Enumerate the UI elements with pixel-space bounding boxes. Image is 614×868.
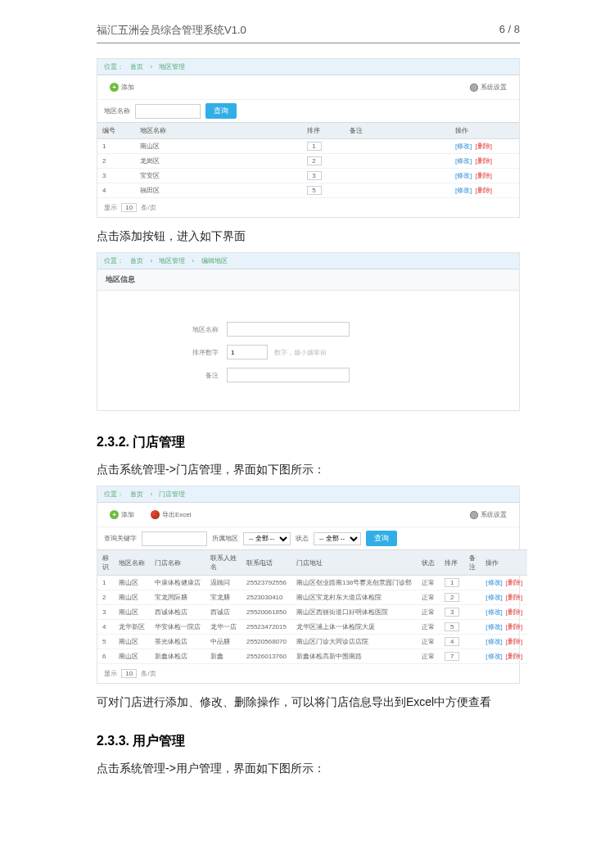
search-button[interactable]: 查询: [366, 531, 397, 546]
caption: 点击系统管理->门店管理，界面如下图所示：: [97, 463, 520, 477]
edit-link[interactable]: [修改]: [485, 638, 502, 645]
breadcrumb: 位置： 首页 › 地区管理 › 编辑地区: [97, 253, 519, 269]
section-heading: 2.3.3. 用户管理: [97, 733, 520, 750]
table-row: 3南山区西诚体检店西诚店25520061850南山区西丽街道口好明体检医院正常3…: [97, 605, 527, 620]
export-excel-button[interactable]: 导出Excel: [145, 508, 197, 522]
status-label: 状态: [296, 534, 309, 543]
table-row: 4龙华新区华安体检一院店龙华一店25523472015龙华区浦上体一体检院大厦正…: [97, 620, 527, 635]
gear-icon: [470, 511, 478, 519]
edit-link[interactable]: [修改]: [455, 172, 472, 179]
table-row: 6南山区新鑫体检店新鑫25526013760新鑫体检高新中围南路正常7[修改][…: [97, 649, 527, 664]
region-label: 所属地区: [212, 534, 238, 543]
delete-link[interactable]: [删除]: [506, 608, 522, 616]
add-button[interactable]: + 添加: [104, 80, 140, 94]
name-label: 地区名称: [104, 325, 227, 334]
table-row: 2南山区宝龙国际膳宝龙膳2523030410南山区宝龙村东大道店体检院正常2[修…: [97, 590, 527, 605]
edit-link[interactable]: [修改]: [485, 608, 502, 616]
caption: 点击系统管理->用户管理，界面如下图所示：: [97, 762, 520, 776]
edit-link[interactable]: [修改]: [455, 142, 472, 150]
doc-title: 福汇五洲会员综合管理系统V1.0: [97, 23, 246, 38]
search-button[interactable]: 查询: [205, 103, 237, 119]
edit-link[interactable]: [修改]: [455, 157, 472, 165]
settings-button[interactable]: 系统设置: [464, 508, 512, 522]
region-select[interactable]: -- 全部 --: [243, 532, 291, 545]
section-heading: 2.3.2. 门店管理: [97, 434, 520, 451]
region-name-input[interactable]: [135, 104, 201, 119]
table-row: 5南山区茶光体检店中品膳25520568070南山区门诊大同诊店店院正常4[修改…: [97, 635, 527, 649]
status-select[interactable]: -- 全部 --: [314, 532, 361, 545]
edit-link[interactable]: [修改]: [485, 579, 502, 586]
doc-page: 6 / 8: [499, 23, 520, 38]
note-field[interactable]: [227, 368, 350, 382]
excel-icon: [151, 510, 160, 519]
header-rule: [97, 43, 520, 43]
store-table: 标识地区名称门店名称联系人姓名联系电话门店地址状态排序备注操作 1南山区中康体检…: [97, 549, 527, 664]
delete-link[interactable]: [删除]: [475, 187, 491, 194]
edit-link[interactable]: [修改]: [485, 653, 502, 660]
delete-link[interactable]: [删除]: [475, 172, 491, 179]
note-label: 备注: [104, 371, 227, 380]
region-edit-panel: 位置： 首页 › 地区管理 › 编辑地区 地区信息 地区名称 排序数字 数字，越…: [97, 252, 520, 411]
settings-button[interactable]: 系统设置: [464, 80, 512, 94]
table-row: 1南山区中康体检健康店温顾问25523792556南山区创业路南138号赛克创意…: [97, 576, 527, 590]
region-name-field[interactable]: [227, 322, 350, 337]
delete-link[interactable]: [删除]: [475, 142, 491, 150]
kw-label: 查询关键字: [104, 534, 137, 543]
delete-link[interactable]: [删除]: [506, 653, 522, 660]
pager: 显示 10 条/页: [97, 664, 519, 683]
delete-link[interactable]: [删除]: [506, 594, 522, 601]
plus-icon: +: [110, 510, 119, 519]
store-list-panel: 位置： 首页 › 门店管理 + 添加 导出Excel 系统设置 查询: [97, 486, 520, 684]
caption: 可对门店进行添加、修改、删除操作，可以将门店信息导出到Excel中方便查看: [97, 695, 520, 710]
edit-link[interactable]: [修改]: [455, 187, 472, 194]
table-row: 2龙岗区2[修改][删除]: [97, 154, 519, 169]
form-title: 地区信息: [97, 269, 519, 291]
keyword-input[interactable]: [142, 531, 207, 546]
add-button[interactable]: + 添加: [104, 508, 140, 522]
edit-link[interactable]: [修改]: [485, 594, 502, 601]
sort-label: 排序数字: [104, 348, 227, 357]
sort-hint: 数字，越小越靠前: [274, 348, 327, 357]
table-row: 3宝安区3[修改][删除]: [97, 169, 519, 183]
delete-link[interactable]: [删除]: [506, 623, 522, 631]
delete-link[interactable]: [删除]: [506, 579, 522, 586]
filter-label: 地区名称: [104, 106, 130, 115]
delete-link[interactable]: [删除]: [506, 638, 522, 645]
region-table: 编号 地区名称 排序 备注 操作 1南山区1[修改][删除]2龙岗区2[修改][…: [97, 122, 519, 198]
table-row: 1南山区1[修改][删除]: [97, 139, 519, 154]
gear-icon: [470, 84, 478, 92]
region-list-panel: 位置： 首页 › 地区管理 + 添加 系统设置 地区名称 查询 编号: [97, 58, 520, 218]
caption: 点击添加按钮，进入如下界面: [97, 229, 520, 244]
breadcrumb: 位置： 首页 › 门店管理: [97, 486, 519, 503]
breadcrumb: 位置： 首页 › 地区管理: [97, 59, 519, 75]
plus-icon: +: [110, 83, 119, 92]
sort-field[interactable]: [227, 345, 268, 359]
delete-link[interactable]: [删除]: [475, 157, 491, 165]
edit-link[interactable]: [修改]: [485, 623, 502, 631]
pager: 显示 10 条/页: [97, 198, 519, 217]
table-row: 4福田区5[修改][删除]: [97, 183, 519, 198]
